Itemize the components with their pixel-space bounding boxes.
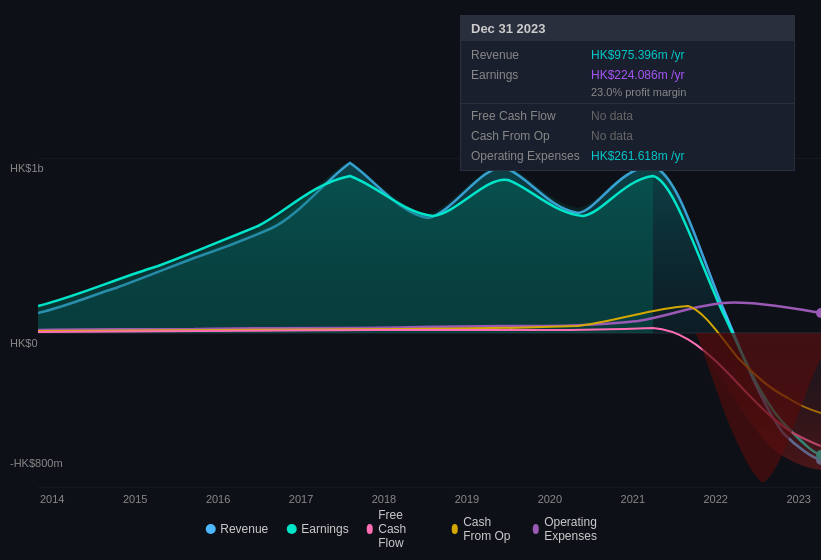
- fcf-value: No data: [591, 109, 633, 123]
- legend-label-earnings: Earnings: [301, 522, 348, 536]
- legend-dot-fcf: [367, 524, 374, 534]
- x-label-2019: 2019: [455, 493, 479, 505]
- legend-label-cashfromop: Cash From Op: [463, 515, 514, 543]
- x-label-2023: 2023: [786, 493, 810, 505]
- x-label-2014: 2014: [40, 493, 64, 505]
- revenue-row: Revenue HK$975.396m /yr: [461, 45, 794, 65]
- fcf-label: Free Cash Flow: [471, 109, 591, 123]
- legend-dot-earnings: [286, 524, 296, 534]
- opex-row: Operating Expenses HK$261.618m /yr: [461, 146, 794, 166]
- chart-svg: [38, 158, 821, 488]
- legend-label-fcf: Free Cash Flow: [378, 508, 433, 550]
- profit-margin: 23.0% profit margin: [461, 85, 794, 101]
- revenue-value: HK$975.396m /yr: [591, 48, 684, 62]
- legend-dot-revenue: [205, 524, 215, 534]
- info-card-body: Revenue HK$975.396m /yr Earnings HK$224.…: [461, 41, 794, 170]
- x-labels: 2014 2015 2016 2017 2018 2019 2020 2021 …: [40, 493, 811, 505]
- x-label-2018: 2018: [372, 493, 396, 505]
- svg-point-5: [816, 308, 821, 318]
- info-card-header: Dec 31 2023: [461, 16, 794, 41]
- x-label-2021: 2021: [621, 493, 645, 505]
- legend-earnings: Earnings: [286, 522, 348, 536]
- fcf-row: Free Cash Flow No data: [461, 106, 794, 126]
- cashfromop-value: No data: [591, 129, 633, 143]
- legend-fcf: Free Cash Flow: [367, 508, 434, 550]
- revenue-label: Revenue: [471, 48, 591, 62]
- x-label-2015: 2015: [123, 493, 147, 505]
- info-card: Dec 31 2023 Revenue HK$975.396m /yr Earn…: [460, 15, 795, 171]
- x-label-2017: 2017: [289, 493, 313, 505]
- legend-label-revenue: Revenue: [220, 522, 268, 536]
- legend-dot-cashfromop: [452, 524, 459, 534]
- legend-revenue: Revenue: [205, 522, 268, 536]
- cashfromop-label: Cash From Op: [471, 129, 591, 143]
- opex-value: HK$261.618m /yr: [591, 149, 684, 163]
- x-label-2016: 2016: [206, 493, 230, 505]
- legend-opex: Operating Expenses: [533, 515, 616, 543]
- cashfromop-row: Cash From Op No data: [461, 126, 794, 146]
- legend-cashfromop: Cash From Op: [452, 515, 515, 543]
- y-label-zero: HK$0: [10, 337, 38, 349]
- legend-label-opex: Operating Expenses: [544, 515, 616, 543]
- legend-dot-opex: [533, 524, 540, 534]
- earnings-label: Earnings: [471, 68, 591, 82]
- opex-label: Operating Expenses: [471, 149, 591, 163]
- chart-legend: Revenue Earnings Free Cash Flow Cash Fro…: [205, 508, 616, 550]
- x-label-2022: 2022: [704, 493, 728, 505]
- earnings-value: HK$224.086m /yr: [591, 68, 684, 82]
- x-label-2020: 2020: [538, 493, 562, 505]
- earnings-row: Earnings HK$224.086m /yr: [461, 65, 794, 85]
